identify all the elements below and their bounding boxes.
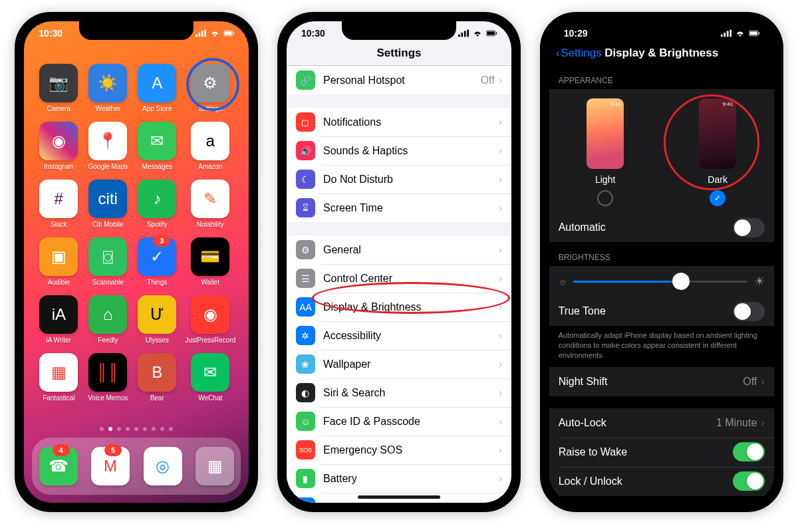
app-icon: iA [39,295,78,334]
chevron-right-icon: › [761,417,764,429]
appearance-picker: 9:41 Light 9:41 Dark ✓ [549,89,774,213]
settings-row-face-id-passcode[interactable]: ☺︎ Face ID & Passcode › [287,407,511,436]
display-settings-scroll[interactable]: APPEARANCE 9:41 Light 9:41 Dark ✓ Automa… [549,65,774,503]
settings-row-display-brightness[interactable]: AA Display & Brightness › [287,293,511,321]
slider-thumb[interactable] [672,273,690,290]
page-dot[interactable] [143,427,147,431]
settings-row-general[interactable]: ⚙︎ General › [287,235,511,264]
dock-app-phone[interactable]: ☎︎ 4 [39,447,78,485]
row-icon: ▮ [296,469,315,488]
app-wallet[interactable]: 💳 Wallet [185,237,235,286]
lock-switch[interactable] [733,471,765,491]
row-icon: ✋ [296,497,315,503]
page-dot[interactable] [134,427,138,431]
wifi-icon [735,29,745,37]
row-true-tone[interactable]: True Tone [549,297,774,326]
app-bear[interactable]: B Bear [136,353,178,402]
app-google-maps[interactable]: 📍 Google Maps [86,122,129,170]
app-voice-memos[interactable]: ║║ Voice Memos [86,353,129,402]
dock-app-gmail[interactable]: M 5 [91,447,130,485]
raise-switch[interactable] [733,442,765,462]
app-notability[interactable]: ✎ Notability [185,180,235,228]
phone-home: 10:30 ◤ 📷 Camera ☀️ Weather A App Store … [15,12,258,512]
nav-title: Settings [287,47,511,60]
app-spotify[interactable]: ♪ Spotify [136,180,178,228]
light-radio[interactable] [597,190,613,206]
page-dots[interactable] [24,427,249,431]
settings-row-siri-search[interactable]: ◐ Siri & Search › [287,378,511,407]
settings-row-accessibility[interactable]: ✲ Accessibility › [287,321,511,350]
app-messages[interactable]: ✉︎ Messages [136,122,178,170]
notch [342,21,456,40]
settings-list[interactable]: 🔗 Personal Hotspot Off ›◻︎ Notifications… [287,66,511,503]
app-icon: ◎ [144,447,182,485]
row-lock-unlock[interactable]: Lock / Unlock [549,467,774,496]
app-settings[interactable]: ⚙︎ Settings [185,64,235,112]
app-camera[interactable]: 📷 Camera [37,64,80,112]
page-dot[interactable] [152,427,156,431]
dock-app-folder[interactable]: ▦ [196,447,234,485]
app-label: Scannable [92,279,124,286]
app-justpressrecord[interactable]: ◉ JustPressRecord [185,295,235,344]
app-icon: ▦ [39,353,78,392]
light-label: Light [595,174,615,185]
true-tone-switch[interactable] [733,302,765,321]
app-instagram[interactable]: ◉ Instagram [37,122,80,170]
settings-row-screen-time[interactable]: ⌛︎ Screen Time › [287,194,511,222]
chevron-right-icon: › [499,387,502,399]
page-dot[interactable] [169,427,173,431]
row-icon: ☾ [296,170,315,189]
settings-row-battery[interactable]: ▮ Battery › [287,464,511,493]
row-raise-to-wake[interactable]: Raise to Wake [549,438,774,467]
automatic-switch[interactable] [733,218,765,237]
row-icon: SOS [296,440,315,460]
dark-radio[interactable]: ✓ [710,190,726,206]
status-time: 10:30 [301,28,325,39]
svg-rect-8 [461,33,463,37]
app-citi-mobile[interactable]: citi Citi Mobile [86,180,129,228]
appearance-option-light[interactable]: 9:41 Light [587,98,624,206]
settings-row-control-center[interactable]: ☰ Control Center › [287,264,511,293]
home-indicator[interactable] [358,495,440,499]
row-automatic[interactable]: Automatic [549,213,774,242]
app-slack[interactable]: # Slack [37,180,80,228]
svg-rect-17 [730,30,732,37]
row-night-shift[interactable]: Night Shift Off › [549,367,774,396]
app-ia-writer[interactable]: iA iA Writer [37,295,80,344]
app-label: Feedly [98,336,118,344]
settings-row-personal-hotspot[interactable]: 🔗 Personal Hotspot Off › [287,66,511,94]
app-label: Camera [47,105,71,112]
row-icon: ☺︎ [296,412,315,431]
brightness-slider[interactable]: ☼ ☀︎ [549,266,774,297]
dock-app-safari[interactable]: ◎ [144,447,182,485]
chevron-right-icon: › [499,501,502,503]
app-app-store[interactable]: A App Store [136,64,178,112]
app-feedly[interactable]: ⌂ Feedly [86,295,129,344]
page-dot[interactable] [126,427,130,431]
badge: 5 [104,444,122,456]
app-weather[interactable]: ☀️ Weather [86,64,129,112]
app-fantastical[interactable]: ▦ Fantastical [37,353,80,402]
page-dot[interactable] [117,427,121,431]
settings-row-do-not-disturb[interactable]: ☾ Do Not Disturb › [287,165,511,194]
app-label: Fantastical [43,394,74,402]
svg-rect-2 [201,31,203,37]
settings-row-notifications[interactable]: ◻︎ Notifications › [287,108,511,136]
app-audible[interactable]: ▣ Audible [37,237,80,286]
page-dot[interactable] [160,427,164,431]
page-dot[interactable] [108,427,112,431]
chevron-right-icon: › [761,376,764,388]
page-dot[interactable] [100,427,104,431]
app-ulysses[interactable]: Ư Ulysses [136,295,178,344]
app-things[interactable]: ✓ Things 3 [136,237,178,286]
settings-row-emergency-sos[interactable]: SOS Emergency SOS › [287,436,511,464]
appearance-option-dark[interactable]: 9:41 Dark ✓ [699,98,736,206]
row-label: Emergency SOS [323,444,499,456]
settings-row-wallpaper[interactable]: ❀ Wallpaper › [287,350,511,378]
app-amazon[interactable]: a Amazon [185,122,235,170]
app-wechat[interactable]: ✉︎ WeChat [185,353,235,402]
app-scannable[interactable]: ⌼ Scannable [86,237,129,286]
settings-row-sounds-haptics[interactable]: 🔊 Sounds & Haptics › [287,136,511,165]
row-auto-lock[interactable]: Auto-Lock 1 Minute › [549,408,774,438]
sun-large-icon: ☀︎ [754,274,765,289]
